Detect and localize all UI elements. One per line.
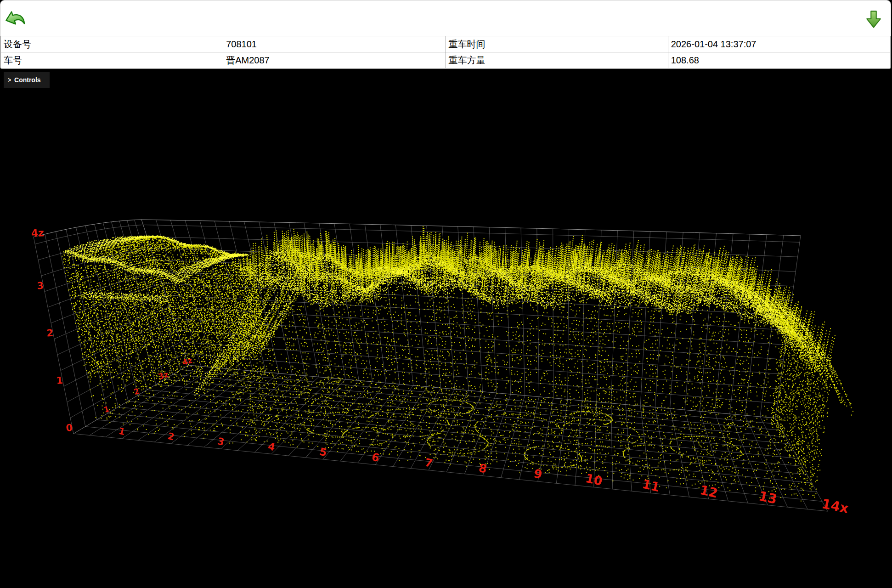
table-cell-label: 重车时间 (446, 36, 668, 52)
viewer-area: > Controls (0, 69, 892, 588)
download-button[interactable] (864, 10, 883, 29)
top-panel: 设备号708101重车时间2026-01-04 13:37:07车号晋AM208… (0, 0, 891, 69)
toolbar (0, 0, 891, 36)
table-row: 设备号708101重车时间2026-01-04 13:37:07 (1, 36, 891, 52)
table-row: 车号晋AM2087重车方量108.68 (1, 52, 891, 68)
scene-canvas[interactable] (0, 69, 892, 588)
table-cell-value: 708101 (223, 36, 446, 52)
table-cell-label: 重车方量 (446, 52, 668, 68)
table-cell-value: 108.68 (668, 52, 890, 68)
chevron-right-icon: > (8, 76, 11, 84)
undo-arrow-icon (4, 7, 26, 30)
table-cell-label: 设备号 (1, 36, 223, 52)
controls-title: Controls (14, 76, 41, 84)
table-cell-value: 2026-01-04 13:37:07 (668, 36, 890, 52)
back-button[interactable] (4, 7, 26, 30)
controls-panel-header[interactable]: > Controls (4, 72, 50, 88)
info-table-body: 设备号708101重车时间2026-01-04 13:37:07车号晋AM208… (1, 36, 891, 68)
download-arrow-icon (864, 10, 883, 29)
info-table: 设备号708101重车时间2026-01-04 13:37:07车号晋AM208… (0, 36, 891, 68)
table-cell-value: 晋AM2087 (223, 52, 446, 68)
table-cell-label: 车号 (1, 52, 223, 68)
